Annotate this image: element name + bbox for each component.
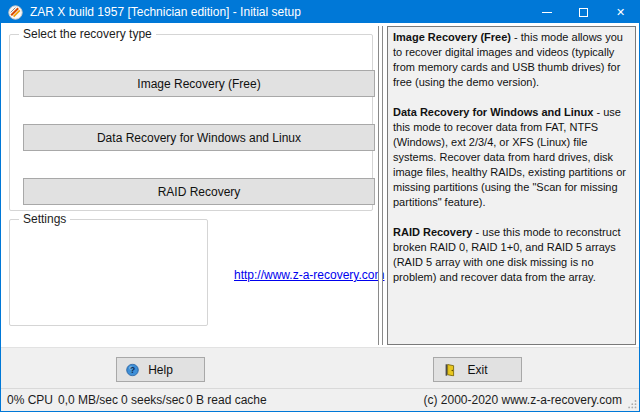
- status-cpu: 0% CPU: [7, 393, 53, 407]
- resize-grip-icon[interactable]: [627, 399, 637, 409]
- zar-main-window: ZAR X build 1957 [Technician edition] - …: [0, 0, 640, 412]
- exit-button[interactable]: Exit: [433, 357, 522, 382]
- window-title: ZAR X build 1957 [Technician edition] - …: [30, 5, 301, 19]
- close-icon: ✕: [616, 7, 625, 18]
- maximize-icon: [579, 8, 588, 17]
- image-recovery-label: Image Recovery (Free): [137, 77, 260, 91]
- settings-group: Settings Advanced configuration Open sav…: [9, 219, 208, 326]
- minimize-button[interactable]: [528, 1, 565, 23]
- svg-text:?: ?: [130, 364, 135, 374]
- help-icon: ?: [126, 363, 139, 376]
- raid-recovery-button[interactable]: RAID Recovery: [23, 178, 375, 205]
- status-throughput: 0,0 MB/sec: [58, 393, 118, 407]
- data-recovery-button[interactable]: Data Recovery for Windows and Linux: [23, 124, 375, 151]
- help-button[interactable]: ? Help: [116, 357, 205, 382]
- raid-recovery-description: RAID Recovery - use this mode to reconst…: [393, 225, 630, 285]
- recovery-type-group: Select the recovery type Image Recovery …: [9, 34, 373, 211]
- exit-door-icon: [443, 363, 456, 376]
- window-controls: ✕: [528, 1, 639, 23]
- website-link[interactable]: http://www.z-a-recovery.com: [234, 268, 384, 282]
- mode-description-panel: Image Recovery (Free) - this mode allows…: [387, 26, 636, 345]
- title-bar[interactable]: ZAR X build 1957 [Technician edition] - …: [1, 1, 639, 23]
- close-button[interactable]: ✕: [602, 1, 639, 23]
- data-recovery-description: Data Recovery for Windows and Linux - us…: [393, 105, 630, 210]
- image-recovery-button[interactable]: Image Recovery (Free): [23, 70, 375, 97]
- raid-recovery-label: RAID Recovery: [158, 185, 241, 199]
- maximize-button[interactable]: [565, 1, 602, 23]
- status-read-cache: 0 B read cache: [186, 393, 267, 407]
- settings-group-label: Settings: [19, 212, 70, 226]
- pane-splitter[interactable]: [378, 26, 383, 345]
- status-copyright: (c) 2000-2020 www.z-a-recovery.com: [423, 393, 622, 407]
- status-seeks: 0 seeks/sec: [121, 393, 184, 407]
- help-label: Help: [148, 363, 173, 377]
- data-recovery-label: Data Recovery for Windows and Linux: [97, 131, 301, 145]
- status-bar: 0% CPU 0,0 MB/sec 0 seeks/sec 0 B read c…: [1, 388, 639, 411]
- minimize-icon: [542, 12, 552, 13]
- exit-label: Exit: [467, 363, 487, 377]
- workspace: Select the recovery type Image Recovery …: [1, 23, 639, 348]
- recovery-group-label: Select the recovery type: [19, 27, 156, 41]
- image-recovery-description: Image Recovery (Free) - this mode allows…: [393, 30, 630, 90]
- app-logo-icon[interactable]: [8, 5, 23, 20]
